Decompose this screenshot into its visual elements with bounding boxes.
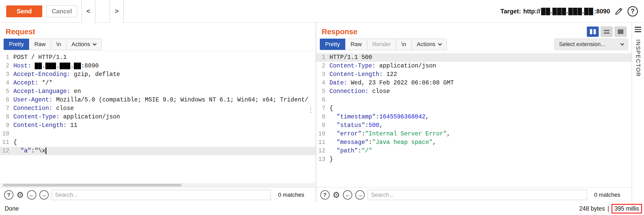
- line-number: 4: [316, 79, 330, 87]
- code-line-7[interactable]: 7Connection: close: [0, 104, 316, 113]
- inspector-tab[interactable]: INSPECTOR: [635, 39, 641, 77]
- code-line-4[interactable]: 4Date: Wed, 23 Feb 2022 06:06:08 GMT: [316, 79, 632, 87]
- code-line-9[interactable]: 9 "status":500,: [316, 121, 632, 130]
- view-rows-button[interactable]: [601, 27, 613, 37]
- chevron-down-icon: [438, 41, 442, 46]
- request-panel: Request PrettyRaw\nActions 1POST / HTTP/…: [0, 23, 316, 202]
- line-number: 7: [0, 104, 13, 113]
- tab-raw[interactable]: Raw: [345, 39, 367, 50]
- code-line-2[interactable]: 2Host: ██.███.███.██:8090: [0, 62, 316, 70]
- line-text: Accept-Encoding: gzip, deflate: [13, 70, 316, 79]
- code-line-8[interactable]: 8Content-Type: application/json: [0, 113, 316, 121]
- code-line-1[interactable]: 1POST / HTTP/1.1: [0, 53, 316, 62]
- code-line-5[interactable]: 5Accept-Language: en: [0, 87, 316, 96]
- request-code[interactable]: 1POST / HTTP/1.12Host: ██.███.███.██:809…: [0, 53, 316, 155]
- select-extension-label: Select extension...: [559, 41, 605, 48]
- line-text: "error":"Internal Server Error",: [330, 130, 632, 138]
- request-search-input[interactable]: [52, 190, 271, 200]
- status-separator: |: [607, 205, 609, 212]
- code-line-4[interactable]: 4Accept: */*: [0, 79, 316, 87]
- search-settings-gear-icon[interactable]: ⚙: [333, 191, 340, 199]
- code-line-10[interactable]: 10: [0, 130, 316, 138]
- line-number: 13: [316, 155, 330, 164]
- search-next-button[interactable]: →: [355, 190, 365, 200]
- response-panel: Response PrettyRawRender\nActions Select…: [316, 23, 632, 202]
- line-text: Accept: */*: [13, 79, 316, 87]
- line-number: 10: [316, 130, 330, 138]
- tab-n[interactable]: \n: [396, 39, 411, 50]
- search-prev-button[interactable]: ←: [343, 190, 352, 200]
- code-line-5[interactable]: 5Connection: close: [316, 87, 632, 96]
- code-line-3[interactable]: 3Content-Length: 122: [316, 70, 632, 79]
- line-text: POST / HTTP/1.1: [13, 53, 316, 62]
- line-text: "path":"/": [330, 147, 632, 155]
- pencil-icon: [614, 7, 623, 16]
- search-settings-gear-icon[interactable]: ⚙: [16, 191, 24, 199]
- request-editor[interactable]: 1POST / HTTP/1.12Host: ██.███.███.██:809…: [0, 51, 316, 183]
- line-number: 11: [0, 138, 13, 147]
- search-help-icon[interactable]: ?: [320, 190, 330, 200]
- status-bytes: 248 bytes: [579, 205, 605, 212]
- code-line-9[interactable]: 9Content-Length: 11: [0, 121, 316, 130]
- tab-label: Pretty: [325, 41, 340, 48]
- code-line-10[interactable]: 10 "error":"Internal Server Error",: [316, 130, 632, 138]
- panel-drag-handle[interactable]: ⋮: [307, 107, 314, 113]
- code-line-6[interactable]: 6: [316, 96, 632, 104]
- millis-highlight-box: 395 millis: [612, 204, 642, 213]
- search-next-button[interactable]: →: [39, 190, 49, 200]
- line-text: User-Agent: Mozilla/5.0 (compatible; MSI…: [13, 96, 316, 104]
- tab-pretty[interactable]: Pretty: [320, 39, 345, 50]
- line-text: "a":"\x: [13, 147, 316, 155]
- code-line-11[interactable]: 11{: [0, 138, 316, 147]
- code-line-3[interactable]: 3Accept-Encoding: gzip, deflate: [0, 70, 316, 79]
- code-line-1[interactable]: 1HTTP/1.1 500: [316, 53, 632, 62]
- tab-actions[interactable]: Actions: [66, 39, 101, 50]
- response-editor[interactable]: 1HTTP/1.1 5002Content-Type: application/…: [316, 51, 632, 187]
- send-button[interactable]: Send: [6, 5, 42, 17]
- code-line-7[interactable]: 7{: [316, 104, 632, 113]
- code-line-6[interactable]: 6User-Agent: Mozilla/5.0 (compatible; MS…: [0, 96, 316, 104]
- top-toolbar: Send Cancel < > Target: http:// ██.███.█…: [0, 0, 644, 23]
- request-tabs: PrettyRaw\nActions: [4, 39, 101, 50]
- status-metrics: 248 bytes | 395 millis: [579, 204, 642, 213]
- help-button[interactable]: ?: [628, 6, 638, 16]
- response-match-count: 0 matches: [594, 192, 621, 198]
- request-horizontal-scrollbar[interactable]: [1, 183, 315, 187]
- code-line-8[interactable]: 8 "timestamp":1645596368042,: [316, 113, 632, 121]
- select-extension-dropdown[interactable]: Select extension...: [555, 39, 628, 50]
- tab-render[interactable]: Render: [367, 39, 396, 50]
- view-single-button[interactable]: [615, 27, 626, 37]
- line-number: 1: [316, 53, 330, 62]
- tab-actions[interactable]: Actions: [411, 39, 447, 50]
- tab-pretty[interactable]: Pretty: [4, 39, 29, 50]
- tab-raw[interactable]: Raw: [29, 39, 51, 50]
- line-text: [13, 130, 316, 138]
- code-line-13[interactable]: 13}: [316, 155, 632, 164]
- line-text: Content-Type: application/json: [13, 113, 316, 121]
- line-text: Content-Type: application/json: [330, 62, 632, 70]
- cancel-button[interactable]: Cancel: [46, 5, 77, 17]
- edit-target-button[interactable]: [614, 7, 623, 16]
- scrollbar-thumb[interactable]: [3, 184, 182, 186]
- search-prev-button[interactable]: ←: [27, 190, 36, 200]
- line-number: 8: [0, 113, 13, 121]
- line-number: 11: [316, 138, 330, 147]
- line-number: 6: [0, 96, 13, 104]
- main-area: Request PrettyRaw\nActions 1POST / HTTP/…: [0, 23, 644, 202]
- line-text: {: [13, 138, 316, 147]
- inspector-strip: INSPECTOR: [632, 23, 644, 202]
- view-columns-button[interactable]: [587, 27, 599, 37]
- response-code[interactable]: 1HTTP/1.1 5002Content-Type: application/…: [316, 53, 632, 164]
- search-help-icon[interactable]: ?: [4, 190, 13, 200]
- response-search-input[interactable]: [368, 190, 587, 200]
- code-line-11[interactable]: 11 "message":"Java heap space",: [316, 138, 632, 147]
- line-number: 3: [316, 70, 330, 79]
- hamburger-menu-icon[interactable]: [635, 27, 641, 32]
- tab-label: \n: [56, 41, 61, 48]
- line-text: Connection: close: [330, 87, 632, 96]
- code-line-12[interactable]: 12 "a":"\x: [0, 147, 316, 155]
- tab-n[interactable]: \n: [51, 39, 66, 50]
- code-line-2[interactable]: 2Content-Type: application/json: [316, 62, 632, 70]
- status-bar: Done 248 bytes | 395 millis: [0, 202, 644, 215]
- code-line-12[interactable]: 12 "path":"/": [316, 147, 632, 155]
